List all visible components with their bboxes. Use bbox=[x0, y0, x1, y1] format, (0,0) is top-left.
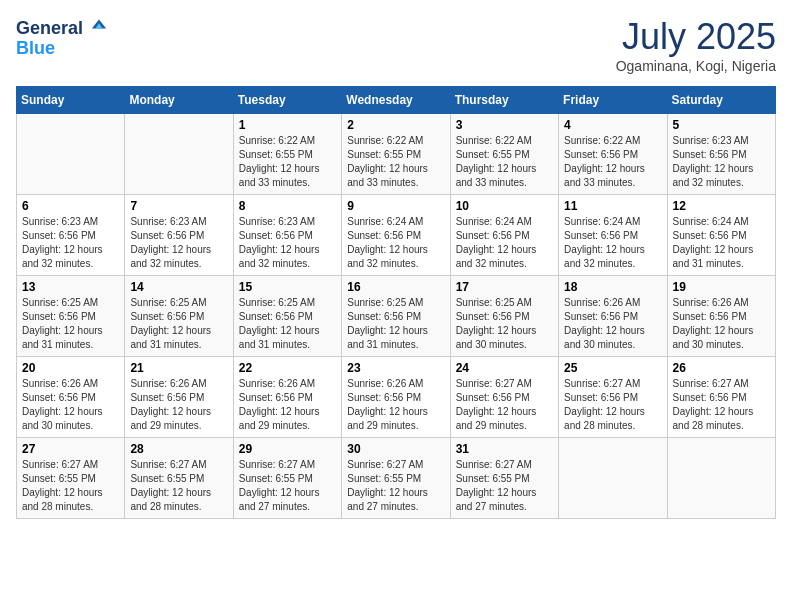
header-cell-friday: Friday bbox=[559, 87, 667, 114]
logo-blue-text: Blue bbox=[16, 39, 108, 59]
day-cell bbox=[17, 114, 125, 195]
day-cell: 17Sunrise: 6:25 AM Sunset: 6:56 PM Dayli… bbox=[450, 276, 558, 357]
day-number: 10 bbox=[456, 199, 553, 213]
day-cell bbox=[559, 438, 667, 519]
logo-icon bbox=[90, 16, 108, 34]
week-row-2: 6Sunrise: 6:23 AM Sunset: 6:56 PM Daylig… bbox=[17, 195, 776, 276]
day-number: 6 bbox=[22, 199, 119, 213]
header-cell-tuesday: Tuesday bbox=[233, 87, 341, 114]
day-cell: 16Sunrise: 6:25 AM Sunset: 6:56 PM Dayli… bbox=[342, 276, 450, 357]
day-number: 21 bbox=[130, 361, 227, 375]
day-detail: Sunrise: 6:24 AM Sunset: 6:56 PM Dayligh… bbox=[347, 215, 444, 271]
day-cell: 8Sunrise: 6:23 AM Sunset: 6:56 PM Daylig… bbox=[233, 195, 341, 276]
day-number: 2 bbox=[347, 118, 444, 132]
day-cell: 11Sunrise: 6:24 AM Sunset: 6:56 PM Dayli… bbox=[559, 195, 667, 276]
day-cell: 23Sunrise: 6:26 AM Sunset: 6:56 PM Dayli… bbox=[342, 357, 450, 438]
day-cell: 25Sunrise: 6:27 AM Sunset: 6:56 PM Dayli… bbox=[559, 357, 667, 438]
day-number: 13 bbox=[22, 280, 119, 294]
day-detail: Sunrise: 6:27 AM Sunset: 6:55 PM Dayligh… bbox=[130, 458, 227, 514]
header-cell-sunday: Sunday bbox=[17, 87, 125, 114]
day-detail: Sunrise: 6:24 AM Sunset: 6:56 PM Dayligh… bbox=[456, 215, 553, 271]
day-cell: 29Sunrise: 6:27 AM Sunset: 6:55 PM Dayli… bbox=[233, 438, 341, 519]
header-cell-saturday: Saturday bbox=[667, 87, 775, 114]
day-detail: Sunrise: 6:27 AM Sunset: 6:56 PM Dayligh… bbox=[564, 377, 661, 433]
day-detail: Sunrise: 6:26 AM Sunset: 6:56 PM Dayligh… bbox=[347, 377, 444, 433]
day-detail: Sunrise: 6:25 AM Sunset: 6:56 PM Dayligh… bbox=[22, 296, 119, 352]
day-cell: 20Sunrise: 6:26 AM Sunset: 6:56 PM Dayli… bbox=[17, 357, 125, 438]
day-detail: Sunrise: 6:27 AM Sunset: 6:55 PM Dayligh… bbox=[22, 458, 119, 514]
day-detail: Sunrise: 6:22 AM Sunset: 6:56 PM Dayligh… bbox=[564, 134, 661, 190]
day-cell: 28Sunrise: 6:27 AM Sunset: 6:55 PM Dayli… bbox=[125, 438, 233, 519]
day-number: 20 bbox=[22, 361, 119, 375]
day-number: 12 bbox=[673, 199, 770, 213]
day-detail: Sunrise: 6:23 AM Sunset: 6:56 PM Dayligh… bbox=[673, 134, 770, 190]
day-number: 14 bbox=[130, 280, 227, 294]
day-cell: 27Sunrise: 6:27 AM Sunset: 6:55 PM Dayli… bbox=[17, 438, 125, 519]
day-detail: Sunrise: 6:25 AM Sunset: 6:56 PM Dayligh… bbox=[239, 296, 336, 352]
day-detail: Sunrise: 6:27 AM Sunset: 6:56 PM Dayligh… bbox=[673, 377, 770, 433]
day-cell: 13Sunrise: 6:25 AM Sunset: 6:56 PM Dayli… bbox=[17, 276, 125, 357]
day-number: 7 bbox=[130, 199, 227, 213]
day-detail: Sunrise: 6:23 AM Sunset: 6:56 PM Dayligh… bbox=[130, 215, 227, 271]
location-subtitle: Ogaminana, Kogi, Nigeria bbox=[616, 58, 776, 74]
day-detail: Sunrise: 6:22 AM Sunset: 6:55 PM Dayligh… bbox=[347, 134, 444, 190]
day-detail: Sunrise: 6:24 AM Sunset: 6:56 PM Dayligh… bbox=[673, 215, 770, 271]
day-number: 29 bbox=[239, 442, 336, 456]
title-block: July 2025 Ogaminana, Kogi, Nigeria bbox=[616, 16, 776, 74]
day-number: 9 bbox=[347, 199, 444, 213]
day-cell bbox=[667, 438, 775, 519]
day-number: 5 bbox=[673, 118, 770, 132]
day-detail: Sunrise: 6:27 AM Sunset: 6:55 PM Dayligh… bbox=[239, 458, 336, 514]
week-row-1: 1Sunrise: 6:22 AM Sunset: 6:55 PM Daylig… bbox=[17, 114, 776, 195]
day-number: 4 bbox=[564, 118, 661, 132]
day-number: 1 bbox=[239, 118, 336, 132]
day-detail: Sunrise: 6:27 AM Sunset: 6:55 PM Dayligh… bbox=[456, 458, 553, 514]
day-detail: Sunrise: 6:25 AM Sunset: 6:56 PM Dayligh… bbox=[456, 296, 553, 352]
day-cell: 7Sunrise: 6:23 AM Sunset: 6:56 PM Daylig… bbox=[125, 195, 233, 276]
logo: General Blue bbox=[16, 16, 108, 59]
day-cell: 5Sunrise: 6:23 AM Sunset: 6:56 PM Daylig… bbox=[667, 114, 775, 195]
day-cell: 22Sunrise: 6:26 AM Sunset: 6:56 PM Dayli… bbox=[233, 357, 341, 438]
day-detail: Sunrise: 6:27 AM Sunset: 6:55 PM Dayligh… bbox=[347, 458, 444, 514]
day-cell: 9Sunrise: 6:24 AM Sunset: 6:56 PM Daylig… bbox=[342, 195, 450, 276]
day-number: 16 bbox=[347, 280, 444, 294]
day-cell: 14Sunrise: 6:25 AM Sunset: 6:56 PM Dayli… bbox=[125, 276, 233, 357]
day-detail: Sunrise: 6:26 AM Sunset: 6:56 PM Dayligh… bbox=[239, 377, 336, 433]
logo-text: General bbox=[16, 16, 108, 39]
day-cell: 4Sunrise: 6:22 AM Sunset: 6:56 PM Daylig… bbox=[559, 114, 667, 195]
calendar-table: SundayMondayTuesdayWednesdayThursdayFrid… bbox=[16, 86, 776, 519]
day-cell: 30Sunrise: 6:27 AM Sunset: 6:55 PM Dayli… bbox=[342, 438, 450, 519]
day-cell: 2Sunrise: 6:22 AM Sunset: 6:55 PM Daylig… bbox=[342, 114, 450, 195]
day-detail: Sunrise: 6:25 AM Sunset: 6:56 PM Dayligh… bbox=[347, 296, 444, 352]
header-cell-monday: Monday bbox=[125, 87, 233, 114]
header-cell-thursday: Thursday bbox=[450, 87, 558, 114]
day-cell bbox=[125, 114, 233, 195]
day-detail: Sunrise: 6:25 AM Sunset: 6:56 PM Dayligh… bbox=[130, 296, 227, 352]
header-cell-wednesday: Wednesday bbox=[342, 87, 450, 114]
day-cell: 26Sunrise: 6:27 AM Sunset: 6:56 PM Dayli… bbox=[667, 357, 775, 438]
day-cell: 24Sunrise: 6:27 AM Sunset: 6:56 PM Dayli… bbox=[450, 357, 558, 438]
day-cell: 3Sunrise: 6:22 AM Sunset: 6:55 PM Daylig… bbox=[450, 114, 558, 195]
day-number: 24 bbox=[456, 361, 553, 375]
day-number: 18 bbox=[564, 280, 661, 294]
day-number: 19 bbox=[673, 280, 770, 294]
page-header: General Blue July 2025 Ogaminana, Kogi, … bbox=[16, 16, 776, 74]
day-number: 17 bbox=[456, 280, 553, 294]
month-title: July 2025 bbox=[616, 16, 776, 58]
week-row-4: 20Sunrise: 6:26 AM Sunset: 6:56 PM Dayli… bbox=[17, 357, 776, 438]
day-detail: Sunrise: 6:27 AM Sunset: 6:56 PM Dayligh… bbox=[456, 377, 553, 433]
day-number: 25 bbox=[564, 361, 661, 375]
day-number: 23 bbox=[347, 361, 444, 375]
day-number: 26 bbox=[673, 361, 770, 375]
day-number: 11 bbox=[564, 199, 661, 213]
day-number: 31 bbox=[456, 442, 553, 456]
day-detail: Sunrise: 6:26 AM Sunset: 6:56 PM Dayligh… bbox=[564, 296, 661, 352]
day-detail: Sunrise: 6:22 AM Sunset: 6:55 PM Dayligh… bbox=[456, 134, 553, 190]
day-number: 27 bbox=[22, 442, 119, 456]
day-detail: Sunrise: 6:26 AM Sunset: 6:56 PM Dayligh… bbox=[673, 296, 770, 352]
day-cell: 15Sunrise: 6:25 AM Sunset: 6:56 PM Dayli… bbox=[233, 276, 341, 357]
day-detail: Sunrise: 6:22 AM Sunset: 6:55 PM Dayligh… bbox=[239, 134, 336, 190]
calendar-body: 1Sunrise: 6:22 AM Sunset: 6:55 PM Daylig… bbox=[17, 114, 776, 519]
week-row-5: 27Sunrise: 6:27 AM Sunset: 6:55 PM Dayli… bbox=[17, 438, 776, 519]
calendar-header: SundayMondayTuesdayWednesdayThursdayFrid… bbox=[17, 87, 776, 114]
